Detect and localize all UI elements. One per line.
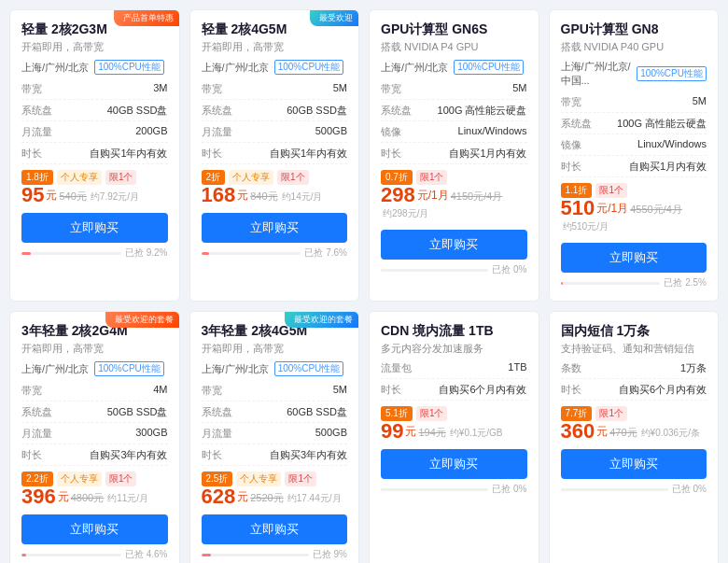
card-title: GPU计算型 GN6S — [381, 21, 527, 38]
price-original: 4800元 — [71, 491, 104, 505]
buy-button[interactable]: 立即购买 — [561, 243, 707, 273]
tag-personal: 个人专享 — [57, 170, 102, 185]
spec-row: 月流量 300GB — [21, 427, 168, 444]
sold-out-bar: 已抢 0% — [561, 483, 707, 496]
price-main: 298 — [381, 185, 415, 205]
spec-label: 带宽 — [21, 384, 42, 398]
price-original: 4550元/4月 — [630, 203, 682, 217]
price-unit: 元 — [58, 489, 69, 505]
tag-limit: 限1个 — [285, 472, 316, 486]
price-original: 2520元 — [250, 491, 283, 505]
spec-value: 500GB — [315, 427, 347, 441]
spec-value: 自购买1年内有效 — [90, 147, 167, 161]
card-2: 最受欢迎 轻量 2核4G5M 开箱即用，高带宽 上海/广州/北京 100%CPU… — [189, 9, 360, 302]
cpu-badge: 100%CPU性能 — [274, 60, 344, 75]
price-row: 99 元 194元 约¥0.1元/GB — [381, 421, 527, 442]
sold-text: 已抢 0% — [492, 483, 526, 496]
sold-bar-track — [202, 554, 309, 556]
spec-label: 系统盘 — [202, 104, 232, 118]
spec-value: 100G 高性能云硬盘 — [438, 104, 527, 118]
corner-tag: 最受欢迎 — [310, 10, 358, 26]
price-original: 540元 — [59, 190, 86, 204]
corner-tag: 最受欢迎的套餐 — [285, 312, 358, 328]
spec-label: 系统盘 — [561, 117, 592, 131]
price-unit: 元/1月 — [417, 188, 449, 204]
sold-bar-track — [21, 554, 121, 556]
sold-bar-fill — [21, 554, 26, 556]
spec-row: 时长 自购买1年内有效 — [21, 147, 168, 164]
sold-bar-fill — [561, 282, 564, 285]
price-main: 168 — [202, 185, 236, 205]
spec-value: 200GB — [135, 125, 167, 139]
spec-label: 带宽 — [561, 95, 581, 109]
sold-out-bar: 已抢 0% — [381, 263, 527, 276]
card-7: CDN 境内流量 1TB 多元内容分发加速服务 流量包 1TB 时长 自购买6个… — [369, 311, 539, 563]
location-text: 上海/广州/北京 — [21, 61, 89, 75]
spec-row: 系统盘 60GB SSD盘 — [202, 405, 348, 423]
sold-bar-track — [202, 252, 301, 255]
spec-label: 时长 — [21, 448, 42, 462]
spec-row: 时长 自购买6个月内有效 — [561, 383, 707, 401]
sold-bar-track — [381, 488, 488, 491]
card-8: 国内短信 1万条 支持验证码、通知和营销短信 条数 1万条 时长 自购买6个月内… — [549, 311, 720, 563]
price-row: 168 元 840元 约14元/月 — [202, 185, 348, 205]
spec-value: 自购买1月内有效 — [629, 160, 707, 174]
sold-out-bar: 已抢 9.2% — [21, 246, 168, 260]
spec-label: 时长 — [561, 160, 581, 174]
location-row: 上海/广州/北京/中国... 100%CPU性能 — [561, 60, 707, 88]
sold-out-bar: 已抢 2.5% — [561, 276, 707, 289]
price-unit: 元 — [596, 424, 608, 440]
location-row: 上海/广州/北京 100%CPU性能 — [381, 60, 527, 75]
buy-button[interactable]: 立即购买 — [21, 514, 168, 544]
buy-button[interactable]: 立即购买 — [202, 514, 348, 544]
sold-bar-track — [21, 252, 121, 255]
spec-value: 1TB — [508, 361, 526, 375]
price-row: 396 元 4800元 约11元/月 — [21, 486, 168, 507]
sold-text: 已抢 9.2% — [125, 246, 168, 260]
spec-value: 50GB SSD盘 — [107, 405, 168, 419]
sold-out-bar: 已抢 4.6% — [21, 548, 168, 561]
buy-button[interactable]: 立即购买 — [561, 449, 707, 479]
card-subtitle: 支持验证码、通知和营销短信 — [561, 342, 707, 356]
spec-row: 系统盘 40GB SSD盘 — [21, 104, 168, 121]
price-row: 510 元/1月 4550元/4月 约510元/月 — [561, 198, 707, 235]
spec-row: 月流量 500GB — [202, 427, 348, 444]
spec-label: 时长 — [202, 147, 222, 161]
spec-value: 自购买3年内有效 — [90, 448, 167, 462]
spec-row: 系统盘 60GB SSD盘 — [202, 104, 348, 121]
spec-label: 系统盘 — [381, 104, 412, 118]
price-main: 396 — [21, 486, 56, 507]
buy-button[interactable]: 立即购买 — [21, 213, 168, 243]
spec-row: 系统盘 50GB SSD盘 — [21, 405, 168, 423]
price-per-month: 约7.92元/月 — [91, 190, 139, 204]
sold-out-bar: 已抢 0% — [381, 483, 527, 496]
spec-value: 5M — [333, 384, 347, 398]
spec-value: Linux/Windows — [458, 125, 527, 139]
card-subtitle: 搭载 NVIDIA P4 GPU — [381, 40, 527, 54]
spec-row: 带宽 5M — [381, 82, 527, 100]
spec-label: 带宽 — [21, 82, 42, 96]
tag-limit: 限1个 — [277, 170, 309, 185]
spec-value: 5M — [693, 95, 707, 109]
spec-label: 带宽 — [202, 384, 222, 398]
location-text: 上海/广州/北京 — [202, 61, 269, 75]
spec-label: 时长 — [561, 383, 581, 397]
sold-bar-fill — [202, 252, 209, 255]
spec-value: 4M — [153, 384, 167, 398]
buy-button[interactable]: 立即购买 — [202, 213, 348, 243]
buy-button[interactable]: 立即购买 — [381, 230, 527, 260]
sold-bar-fill — [21, 252, 31, 255]
location-row: 上海/广州/北京 100%CPU性能 — [21, 361, 168, 376]
card-subtitle: 开箱即用，高带宽 — [202, 40, 348, 54]
price-main: 95 — [21, 185, 44, 205]
card-subtitle: 开箱即用，高带宽 — [202, 342, 348, 356]
price-row: 298 元/1月 4150元/4月 约298元/月 — [381, 185, 527, 222]
cpu-badge: 100%CPU性能 — [94, 60, 164, 75]
sold-text: 已抢 0% — [672, 483, 707, 496]
spec-label: 月流量 — [21, 125, 52, 139]
spec-label: 流量包 — [381, 361, 412, 375]
spec-row: 系统盘 100G 高性能云硬盘 — [381, 104, 527, 121]
spec-row: 时长 自购买1月内有效 — [561, 160, 707, 177]
buy-button[interactable]: 立即购买 — [381, 449, 527, 479]
sold-text: 已抢 2.5% — [664, 276, 707, 289]
